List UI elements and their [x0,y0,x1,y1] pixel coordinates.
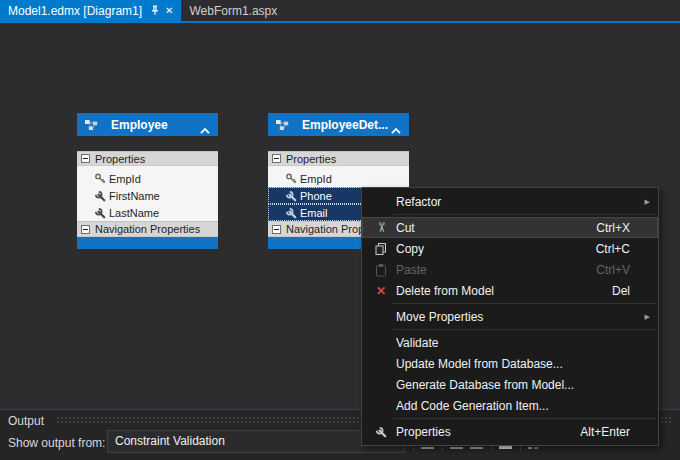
menu-item-properties[interactable]: PropertiesAlt+Enter [362,421,658,442]
tab-label: WebForm1.aspx [189,4,277,18]
collapse-minus-icon[interactable] [81,225,90,234]
pin-icon[interactable] [150,5,160,16]
property-row[interactable]: FirstName [77,187,218,204]
output-source-value: Constraint Validation [115,434,225,448]
delete-icon: ✕ [370,280,392,301]
menu-item-cut[interactable]: ✂CutCtrl+X [362,217,658,238]
menu-separator [393,329,656,330]
key-icon [285,173,298,185]
wrench-icon [94,190,107,202]
wrench-icon [285,207,298,219]
entity-shape[interactable]: EmployeePropertiesEmpIdFirstNameLastName… [77,113,218,249]
menu-item-label: Delete from Model [396,284,592,298]
menu-item-shortcut: Del [612,284,630,298]
wrench-icon [370,421,392,442]
menu-item-shortcut: Ctrl+C [596,242,630,256]
context-menu: Refactor▶✂CutCtrl+XCopyCtrl+CPasteCtrl+V… [361,187,659,446]
chevron-up-icon[interactable] [199,121,211,129]
entity-title: Employee [111,118,199,132]
properties-section-label: Properties [286,153,336,165]
menu-item-validate[interactable]: Validate [362,332,658,353]
collapse-minus-icon[interactable] [272,225,281,234]
show-output-from-label: Show output from: [8,436,105,450]
menu-item-add-code-generation-item[interactable]: Add Code Generation Item... [362,395,658,416]
wrench-icon [285,190,298,202]
visual-studio-window: Model1.edmx [Diagram1] ✕ WebForm1.aspx E… [0,0,680,460]
menu-item-shortcut: Ctrl+V [596,263,630,277]
collapse-minus-icon[interactable] [272,154,281,163]
tab-label: Model1.edmx [Diagram1] [8,4,142,18]
copy-icon [370,238,392,259]
menu-item-delete-from-model[interactable]: ✕Delete from ModelDel [362,280,658,301]
close-icon[interactable]: ✕ [165,6,173,16]
menu-item-update-model-from-database[interactable]: Update Model from Database... [362,353,658,374]
menu-item-label: Validate [396,336,630,350]
navigation-properties-section-bar[interactable]: Navigation Properties [77,221,218,237]
menu-item-label: Move Properties [396,310,630,324]
menu-item-label: Copy [396,242,576,256]
tab-webform1-aspx[interactable]: WebForm1.aspx [181,0,285,21]
menu-item-shortcut: Alt+Enter [580,425,630,439]
property-name: EmpId [300,171,332,187]
property-row[interactable]: LastName [77,204,218,221]
property-row[interactable]: EmpId [77,170,218,187]
menu-item-label: Generate Database from Model... [396,378,630,392]
document-tabbar: Model1.edmx [Diagram1] ✕ WebForm1.aspx [0,0,680,21]
menu-separator [393,303,656,304]
chevron-up-icon[interactable] [390,121,402,129]
property-name: EmpId [109,171,141,187]
entity-body: PropertiesEmpIdFirstNameLastNameNavigati… [77,151,218,237]
property-name: FirstName [109,188,160,204]
menu-item-copy[interactable]: CopyCtrl+C [362,238,658,259]
property-rows: EmpIdFirstNameLastName [77,166,218,221]
menu-item-label: Add Code Generation Item... [396,399,630,413]
properties-section-bar[interactable]: Properties [268,151,409,166]
menu-item-paste[interactable]: PasteCtrl+V [362,259,658,280]
menu-item-label: Refactor [396,195,630,209]
scissors-icon: ✂ [370,217,392,238]
menu-item-refactor[interactable]: Refactor▶ [362,191,658,212]
collapse-minus-icon[interactable] [81,154,90,163]
submenu-arrow-icon: ▶ [645,306,650,327]
entity-title: EmployeeDet... [302,118,390,132]
menu-item-generate-database-from-model[interactable]: Generate Database from Model... [362,374,658,395]
property-row[interactable]: EmpId [268,170,409,187]
navigation-section-label: Navigation Properties [95,223,200,235]
key-icon [94,173,107,185]
menu-item-label: Update Model from Database... [396,357,630,371]
entity-header-gap [268,136,409,151]
menu-item-label: Properties [396,425,560,439]
menu-item-move-properties[interactable]: Move Properties▶ [362,306,658,327]
menu-separator [393,214,656,215]
tab-model1-edmx[interactable]: Model1.edmx [Diagram1] ✕ [0,0,181,21]
menu-item-label: Paste [396,263,576,277]
entity-header[interactable]: EmployeeDet... [268,113,409,136]
submenu-arrow-icon: ▶ [645,191,650,212]
entity-header[interactable]: Employee [77,113,218,136]
property-name: LastName [109,205,159,221]
entity-type-icon [84,118,99,131]
wrench-icon [94,207,107,219]
entity-footer-strip [77,237,218,249]
paste-icon [370,259,392,280]
entity-type-icon [275,118,290,131]
output-panel-title: Output [8,414,44,428]
property-name: Email [300,205,328,221]
properties-section-bar[interactable]: Properties [77,151,218,166]
menu-separator [393,418,656,419]
properties-section-label: Properties [95,153,145,165]
property-name: Phone [300,188,332,204]
menu-item-label: Cut [396,221,576,235]
entity-header-gap [77,136,218,151]
menu-item-shortcut: Ctrl+X [596,221,630,235]
